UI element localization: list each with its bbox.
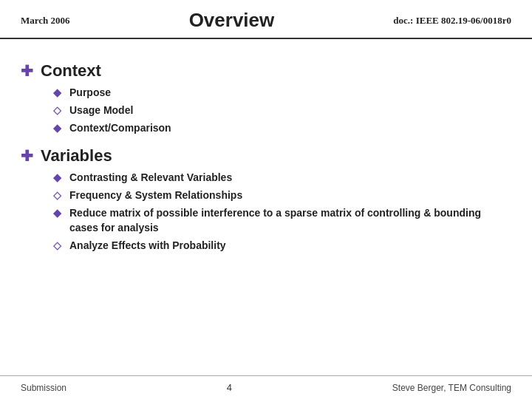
variables-item-1: Contrasting & Relevant Variables bbox=[69, 170, 232, 185]
bullet-icon-3: ◆ bbox=[53, 120, 64, 136]
variables-item-3: Reduce matrix of possible interference t… bbox=[69, 205, 511, 236]
slide: March 2006 Overview doc.: IEEE 802.19-06… bbox=[0, 0, 532, 399]
footer-author: Steve Berger, TEM Consulting bbox=[392, 383, 511, 393]
bullet-icon-2: ◇ bbox=[53, 103, 64, 118]
header-doc: doc.: IEEE 802.19-06/0018r0 bbox=[393, 15, 511, 27]
context-item-2: Usage Model bbox=[69, 103, 133, 117]
bullet-icon-1: ◆ bbox=[53, 85, 64, 100]
list-item: ◇ Analyze Effects with Probability bbox=[53, 238, 511, 253]
slide-footer: Submission 4 Steve Berger, TEM Consultin… bbox=[0, 375, 532, 399]
variables-items: ◆ Contrasting & Relevant Variables ◇ Fre… bbox=[53, 170, 511, 253]
footer-submission: Submission bbox=[21, 383, 66, 393]
footer-page-number: 4 bbox=[227, 382, 232, 393]
variables-label: Variables bbox=[41, 146, 112, 166]
list-item: ◇ Frequency & System Relationships bbox=[53, 188, 511, 203]
slide-header: March 2006 Overview doc.: IEEE 802.19-06… bbox=[0, 0, 532, 39]
context-label: Context bbox=[41, 61, 101, 81]
list-item: ◆ Reduce matrix of possible interference… bbox=[53, 205, 511, 236]
list-item: ◆ Purpose bbox=[53, 85, 511, 100]
context-items: ◆ Purpose ◇ Usage Model ◆ Context/Compar… bbox=[53, 85, 511, 136]
section-context-heading: ✚ Context bbox=[21, 61, 511, 81]
bullet-icon-7: ◇ bbox=[53, 238, 64, 253]
variables-item-2: Frequency & System Relationships bbox=[69, 188, 242, 202]
bullet-icon-6: ◆ bbox=[53, 205, 64, 221]
variables-plus-icon: ✚ bbox=[21, 149, 33, 163]
section-variables-heading: ✚ Variables bbox=[21, 146, 511, 166]
header-date: March 2006 bbox=[21, 15, 70, 27]
context-item-1: Purpose bbox=[69, 85, 111, 100]
context-plus-icon: ✚ bbox=[21, 64, 33, 78]
bullet-icon-4: ◆ bbox=[53, 170, 64, 185]
variables-item-4: Analyze Effects with Probability bbox=[69, 238, 226, 253]
list-item: ◆ Context/Comparison bbox=[53, 120, 511, 136]
header-title: Overview bbox=[189, 9, 275, 32]
slide-content: ✚ Context ◆ Purpose ◇ Usage Model ◆ Cont… bbox=[0, 39, 532, 253]
bullet-icon-5: ◇ bbox=[53, 188, 64, 203]
list-item: ◇ Usage Model bbox=[53, 103, 511, 118]
list-item: ◆ Contrasting & Relevant Variables bbox=[53, 170, 511, 185]
context-item-3: Context/Comparison bbox=[69, 120, 171, 135]
